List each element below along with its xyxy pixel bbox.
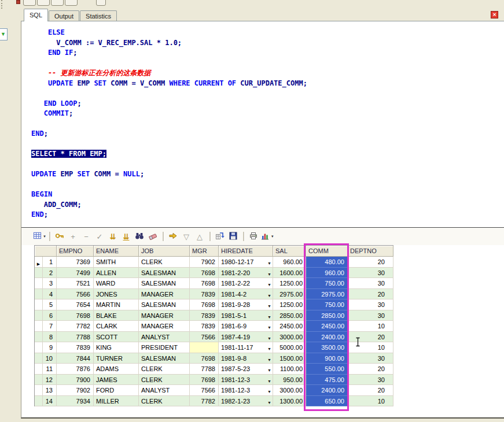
date-dropdown-icon[interactable]: ▼ [267,356,271,364]
cell-mgr[interactable]: 7782 [190,396,219,407]
sort-asc-button[interactable]: △ [193,231,206,243]
cell-ename[interactable]: JAMES [94,375,139,386]
cell-job[interactable]: CLERK [139,257,190,268]
cell-ename[interactable]: SCOTT [94,332,139,343]
cell-mgr[interactable] [190,342,219,353]
cell-comm[interactable]: 475.00 [306,375,348,386]
cell-sal[interactable]: 1250.00 [273,278,306,289]
cell-comm[interactable]: 2975.00 [306,289,348,300]
cell-job[interactable]: PRESIDENT [139,342,190,353]
cell-empno[interactable]: 7369 [57,257,94,268]
grid-corner-header[interactable] [35,246,57,257]
cell-empno[interactable]: 7654 [57,299,94,310]
cell-mgr[interactable]: 7788 [190,364,219,375]
link-grid-button[interactable] [214,231,226,243]
key-button[interactable] [53,231,66,243]
cell-empno[interactable]: 7844 [57,353,94,364]
row-number[interactable]: 8 [43,332,57,343]
cell-empno[interactable]: 7876 [57,364,94,375]
column-header-job[interactable]: JOB [139,246,190,257]
date-dropdown-icon[interactable]: ▼ [267,302,271,310]
cell-comm[interactable]: 2400.00 [306,385,348,396]
row-number[interactable]: 1 [43,257,57,268]
date-dropdown-icon[interactable]: ▼ [267,313,271,321]
date-dropdown-icon[interactable]: ▼ [267,280,271,289]
cell-mgr[interactable]: 7839 [190,310,219,321]
column-header-deptno[interactable]: DEPTNO [348,246,393,257]
cell-deptno[interactable]: 30 [348,299,393,310]
cell-deptno[interactable]: 30 [348,268,393,279]
row-number[interactable]: 10 [43,353,57,364]
cell-empno[interactable]: 7902 [57,385,94,396]
cell-hiredate[interactable]: 1981-9-28▼ [219,299,273,310]
row-number[interactable]: 3 [43,278,57,289]
cell-sal[interactable]: 960.00 [273,257,306,268]
cell-empno[interactable]: 7839 [57,342,94,353]
toolbar-button-partial[interactable] [65,0,78,6]
tab-output[interactable]: Output [49,10,79,21]
cell-sal[interactable]: 5000.00 [273,342,306,353]
cell-sal[interactable]: 1300.00 [273,396,306,407]
cell-comm[interactable]: 3500.00 [306,342,348,353]
cell-sal[interactable]: 3000.00 [273,385,306,396]
row-number[interactable]: 13 [43,385,57,396]
row-number[interactable]: 11 [43,364,57,375]
cell-sal[interactable]: 1600.00 [273,268,306,279]
cell-hiredate[interactable]: 1981-4-2▼ [219,289,273,300]
cell-sal[interactable]: 2850.00 [273,310,306,321]
cell-job[interactable]: SALESMAN [139,268,190,279]
sql-editor[interactable]: ELSE V_COMM := V_REC_EMP.SAL * 1.0; END … [21,21,504,227]
cell-mgr[interactable]: 7902 [190,257,219,268]
cell-sal[interactable]: 2975.00 [273,289,306,300]
cell-empno[interactable]: 7934 [57,396,94,407]
sort-desc-button[interactable]: ▽ [180,231,193,243]
delete-record-button[interactable]: − [80,231,93,243]
row-number[interactable]: 4 [43,289,57,300]
date-dropdown-icon[interactable]: ▼ [267,291,271,300]
cell-deptno[interactable]: 20 [348,385,393,396]
date-dropdown-icon[interactable]: ▼ [267,323,271,332]
cell-empno[interactable]: 7521 [57,278,94,289]
tab-statistics[interactable]: Statistics [80,10,117,21]
cell-comm[interactable]: 750.00 [306,278,348,289]
cell-hiredate[interactable]: 1981-12-3▼ [219,385,273,396]
cell-hiredate[interactable]: 1982-1-23▼ [219,396,273,407]
cell-job[interactable]: ANALYST [139,332,190,343]
cell-ename[interactable]: BLAKE [94,310,139,321]
toolbar-button-partial[interactable] [51,0,64,6]
date-dropdown-icon[interactable]: ▼ [267,334,271,343]
cell-hiredate[interactable]: 1980-12-17▼ [219,257,273,268]
cell-deptno[interactable]: 30 [348,278,393,289]
cell-ename[interactable]: MILLER [94,396,139,407]
row-number[interactable]: 12 [43,375,57,386]
fetch-next-page-button[interactable]: ⇊ [106,231,119,243]
date-dropdown-icon[interactable]: ▼ [267,259,271,268]
export-button[interactable] [167,231,179,243]
chart-button[interactable]: ▾ [260,231,274,243]
cell-ename[interactable]: CLARK [94,321,139,332]
cell-empno[interactable]: 7788 [57,332,94,343]
cell-sal[interactable]: 1500.00 [273,353,306,364]
date-dropdown-icon[interactable]: ▼ [267,398,271,407]
cell-job[interactable]: MANAGER [139,321,190,332]
cell-job[interactable]: MANAGER [139,310,190,321]
cell-mgr[interactable]: 7566 [190,385,219,396]
cell-job[interactable]: CLERK [139,364,190,375]
cell-deptno[interactable]: 20 [348,364,393,375]
toolbar-button-partial[interactable] [23,0,36,6]
row-number[interactable]: 7 [43,321,57,332]
column-header-sal[interactable]: SAL [273,246,306,257]
cell-deptno[interactable]: 10 [348,396,393,407]
cell-mgr[interactable]: 7698 [190,268,219,279]
cell-comm[interactable]: 480.00 [306,257,348,268]
close-window-button[interactable]: ✕ [491,11,498,18]
cell-hiredate[interactable]: 1987-4-19▼ [219,332,273,343]
cell-sal[interactable]: 1250.00 [273,299,306,310]
cell-job[interactable]: SALESMAN [139,353,190,364]
cell-comm[interactable]: 2400.00 [306,332,348,343]
cell-job[interactable]: SALESMAN [139,278,190,289]
cell-empno[interactable]: 7900 [57,375,94,386]
cell-ename[interactable]: MARTIN [94,299,139,310]
side-dropdown[interactable]: ▼ [0,28,8,40]
post-record-button[interactable]: ✓ [93,231,106,243]
